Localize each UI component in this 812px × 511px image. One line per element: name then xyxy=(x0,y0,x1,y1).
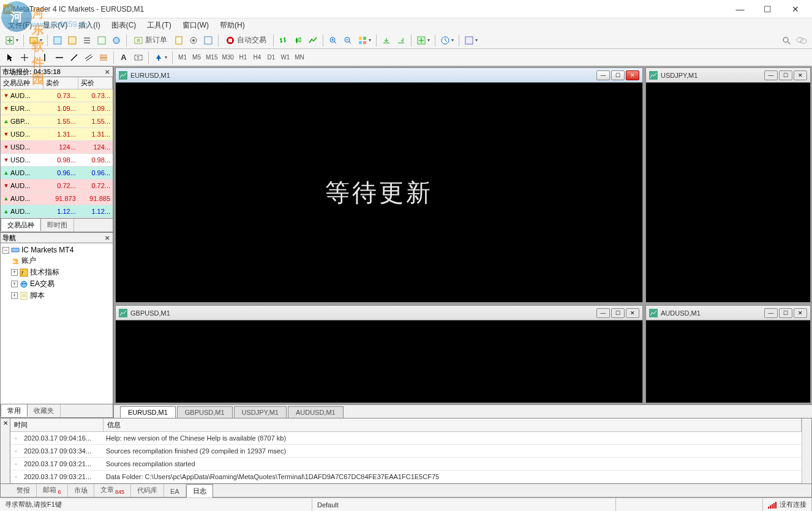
vertical-line-button[interactable] xyxy=(38,51,51,64)
market-watch-button[interactable] xyxy=(51,34,64,47)
new-order-button[interactable]: 新订单 xyxy=(130,34,171,47)
text-button[interactable]: A xyxy=(117,51,130,64)
terminal-row[interactable]: ◦2020.03.17 09:03:34...Sources recompila… xyxy=(10,445,802,458)
market-watch-row[interactable]: ▼AUD...0.73...0.73... xyxy=(1,89,113,102)
chart-tab[interactable]: GBPUSD,M1 xyxy=(177,406,233,418)
auto-trade-button[interactable]: 自动交易 xyxy=(222,34,270,47)
search-button[interactable] xyxy=(780,34,793,47)
arrows-button[interactable] xyxy=(152,51,169,64)
timeframe-button[interactable]: H1 xyxy=(236,51,250,64)
nav-tab-favorites[interactable]: 收藏夹 xyxy=(28,404,61,417)
chart-window[interactable]: AUDUSD,M1—☐✕ xyxy=(645,305,811,403)
tree-root[interactable]: − IC Markets MT4 xyxy=(2,245,111,255)
chart-titlebar[interactable]: EURUSD,M1—☐✕ xyxy=(116,68,642,83)
tree-accounts[interactable]: 账户 xyxy=(2,255,111,267)
chart-shift-button[interactable] xyxy=(394,34,408,47)
fullscreen-button[interactable] xyxy=(201,34,215,47)
fibonacci-button[interactable] xyxy=(97,51,110,64)
indicators-button[interactable] xyxy=(415,34,432,47)
expand-icon[interactable]: − xyxy=(2,247,9,254)
chart-close-button[interactable]: ✕ xyxy=(794,308,807,318)
tile-windows-button[interactable] xyxy=(356,34,373,47)
expand-icon[interactable]: + xyxy=(11,269,18,276)
nav-tab-common[interactable]: 常用 xyxy=(1,404,28,417)
menu-item[interactable]: 窗口(W) xyxy=(178,19,214,32)
timeframe-button[interactable]: M15 xyxy=(204,51,219,64)
text-label-button[interactable]: T xyxy=(132,51,145,64)
market-watch-row[interactable]: ▲AUD...1.12...1.12... xyxy=(1,205,113,218)
chart-minimize-button[interactable]: — xyxy=(764,308,778,318)
chat-button[interactable] xyxy=(794,34,809,47)
data-window-button[interactable] xyxy=(66,34,79,47)
terminal-tab[interactable]: 日志 xyxy=(186,484,213,498)
chart-minimize-button[interactable]: — xyxy=(596,308,610,318)
chart-maximize-button[interactable]: ☐ xyxy=(779,70,792,80)
line-chart-button[interactable] xyxy=(306,34,320,47)
chart-tab[interactable]: USDJPY,M1 xyxy=(234,406,287,418)
maximize-button[interactable]: ☐ xyxy=(754,0,781,18)
chart-titlebar[interactable]: USDJPY,M1—☐✕ xyxy=(646,68,810,83)
market-watch-close-icon[interactable]: ✕ xyxy=(103,67,111,76)
chart-maximize-button[interactable]: ☐ xyxy=(779,308,792,318)
navigator-button[interactable] xyxy=(80,34,94,47)
timeframe-button[interactable]: MN xyxy=(293,51,306,64)
expand-icon[interactable]: + xyxy=(11,281,18,287)
chart-minimize-button[interactable]: — xyxy=(764,70,778,80)
menu-item[interactable]: 图表(C) xyxy=(107,19,141,32)
mw-col-bid[interactable]: 卖价 xyxy=(43,77,78,89)
expand-icon[interactable]: + xyxy=(11,292,18,299)
terminal-tab[interactable]: 邮箱 6 xyxy=(37,483,68,497)
chart-window[interactable]: USDJPY,M1—☐✕ xyxy=(645,67,811,303)
terminal-row[interactable]: ◦2020.03.17 09:03:21...Sources recompila… xyxy=(10,458,802,471)
market-watch-row[interactable]: ▲AUD...91.87391.885 xyxy=(1,192,113,205)
strategy-tester-button[interactable] xyxy=(110,34,123,47)
timeframe-button[interactable]: H4 xyxy=(250,51,264,64)
chart-close-button[interactable]: ✕ xyxy=(626,308,639,318)
crosshair-button[interactable] xyxy=(18,51,31,64)
chart-body[interactable]: 等待更新 xyxy=(116,83,642,302)
menu-item[interactable]: 工具(T) xyxy=(142,19,176,32)
chart-window[interactable]: GBPUSD,M1—☐✕ xyxy=(115,305,643,403)
chart-window[interactable]: EURUSD,M1—☐✕等待更新 xyxy=(115,67,643,303)
chart-titlebar[interactable]: AUDUSD,M1—☐✕ xyxy=(646,306,810,320)
market-watch-row[interactable]: ▼USD...124...124... xyxy=(1,141,113,154)
status-connection[interactable]: 没有连接 xyxy=(763,498,812,511)
menu-item[interactable]: 帮助(H) xyxy=(215,19,250,32)
mw-col-ask[interactable]: 买价 xyxy=(78,77,113,89)
menu-item[interactable]: 显示(V) xyxy=(38,19,72,32)
menu-item[interactable]: 文件(F) xyxy=(3,19,37,32)
close-button[interactable]: ✕ xyxy=(781,0,809,18)
chart-tab[interactable]: AUDUSD,M1 xyxy=(288,406,344,418)
terminal-row[interactable]: ◦2020.03.17 09:04:16...Help: new version… xyxy=(10,432,802,445)
chart-close-button[interactable]: ✕ xyxy=(626,70,639,80)
market-watch-row[interactable]: ▲AUD...0.96...0.96... xyxy=(1,167,113,180)
terminal-scrollbar[interactable] xyxy=(802,418,811,483)
terminal-close-icon[interactable]: ✕ xyxy=(1,418,10,483)
chart-tab[interactable]: EURUSD,M1 xyxy=(120,406,176,418)
templates-button[interactable] xyxy=(462,34,479,47)
mw-tab-symbols[interactable]: 交易品种 xyxy=(1,218,41,231)
profiles-button[interactable] xyxy=(27,34,44,47)
zoom-in-button[interactable] xyxy=(326,34,340,47)
terminal-tab[interactable]: 文章 845 xyxy=(94,483,132,497)
periodicity-button[interactable] xyxy=(438,34,456,47)
chart-titlebar[interactable]: GBPUSD,M1—☐✕ xyxy=(116,306,642,320)
terminal-row[interactable]: ◦2020.03.17 09:03:21...Data Folder: C:\U… xyxy=(10,471,802,483)
equidistant-channel-button[interactable] xyxy=(82,51,96,64)
timeframe-button[interactable]: M1 xyxy=(176,51,189,64)
timeframe-button[interactable]: M30 xyxy=(220,51,235,64)
chart-body[interactable] xyxy=(646,320,810,403)
status-profile[interactable]: Default xyxy=(312,498,616,511)
timeframe-button[interactable]: W1 xyxy=(279,51,292,64)
tree-scripts[interactable]: + 脚本 xyxy=(2,290,111,301)
term-col-time[interactable]: 时间 xyxy=(10,418,103,431)
mw-col-symbol[interactable]: 交易品种 xyxy=(1,77,43,89)
term-col-msg[interactable]: 信息 xyxy=(103,418,802,431)
candle-chart-button[interactable] xyxy=(291,34,305,47)
market-watch-row[interactable]: ▲GBP...1.55...1.55... xyxy=(1,115,113,128)
bar-chart-button[interactable] xyxy=(277,34,290,47)
zoom-out-button[interactable] xyxy=(341,34,355,47)
chart-minimize-button[interactable]: — xyxy=(596,70,610,80)
chart-body[interactable] xyxy=(116,320,642,403)
metaeditor-button[interactable] xyxy=(172,34,186,47)
